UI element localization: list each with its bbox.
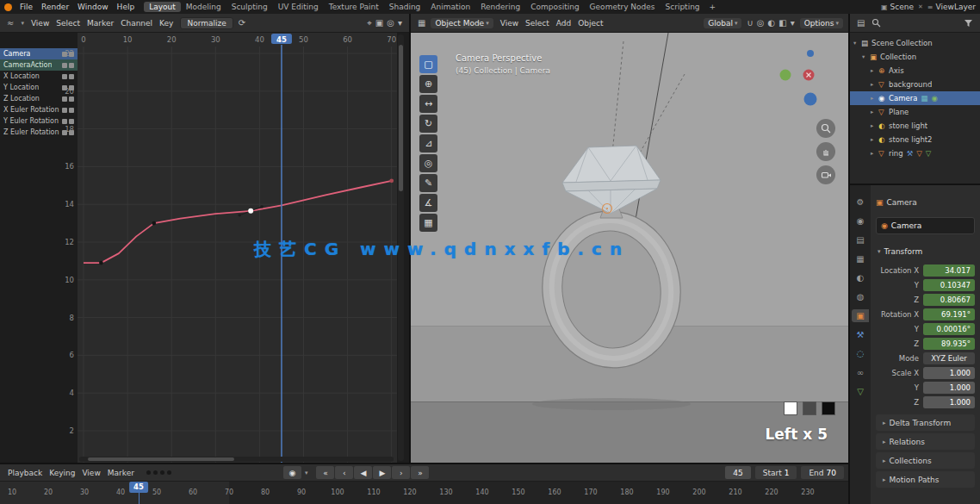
proportional-edit-icon[interactable]: ◎: [385, 18, 396, 28]
collapsed-section[interactable]: ▸ Delta Transform: [876, 414, 975, 431]
camera-data-icon[interactable]: ◉: [931, 94, 937, 103]
normalize-toggle[interactable]: Normalize: [180, 17, 233, 29]
horizontal-scrollbar[interactable]: [79, 457, 394, 462]
play-button[interactable]: ▶: [373, 466, 391, 479]
dropdown-arrow-icon[interactable]: ▾: [789, 18, 797, 28]
vertical-scrollbar[interactable]: [398, 34, 404, 461]
menu-item[interactable]: Keying: [46, 469, 78, 477]
workspace-tab[interactable]: Sculpting: [226, 2, 273, 12]
next-keyframe-button[interactable]: ›: [392, 466, 410, 479]
white-swatch[interactable]: [784, 401, 797, 415]
object-name-field[interactable]: ◉ Camera: [876, 217, 975, 234]
disclosure-arrow-icon[interactable]: ▸: [871, 67, 878, 74]
tab-output[interactable]: ▤: [852, 233, 869, 246]
start-frame-field[interactable]: Start 1: [755, 466, 797, 479]
value-field[interactable]: 0.80667: [923, 294, 975, 306]
tab-physics[interactable]: ◌: [852, 347, 869, 360]
navigation-gizmo[interactable]: [774, 43, 834, 116]
workspace-tab[interactable]: Shading: [384, 2, 426, 12]
menu-item[interactable]: Marker: [104, 469, 138, 477]
blender-logo-icon[interactable]: [4, 3, 12, 11]
collapsed-section[interactable]: ▸ Motion Paths: [876, 471, 975, 488]
view-layer-selector[interactable]: ViewLayer: [936, 3, 976, 11]
menu-item[interactable]: View: [78, 469, 103, 477]
menu-item[interactable]: Channel: [117, 19, 156, 28]
select-box-tool[interactable]: ▢: [419, 55, 437, 73]
mesh-icon[interactable]: ▽: [916, 149, 922, 158]
value-field[interactable]: XYZ Euler: [923, 352, 975, 364]
collapsed-section[interactable]: ▸ Collections: [876, 452, 975, 469]
workspace-tab[interactable]: Geometry Nodes: [585, 2, 661, 12]
filter-icon[interactable]: [962, 19, 975, 28]
menu-item[interactable]: Window: [73, 3, 113, 11]
tab-object[interactable]: ▣: [852, 309, 869, 322]
viewport-canvas[interactable]: Camera Perspective (45) Collection | Cam…: [411, 33, 848, 463]
tab-render[interactable]: ◉: [852, 215, 869, 227]
snap-magnet-icon[interactable]: ∪: [745, 18, 754, 28]
outliner-row-plane[interactable]: ▸▽Plane: [850, 105, 980, 119]
add-workspace-button[interactable]: +: [705, 3, 721, 11]
measure-tool[interactable]: ∡: [419, 194, 437, 212]
shading-mode-icon[interactable]: ◐: [766, 18, 778, 28]
black-swatch[interactable]: [822, 401, 835, 415]
disclosure-arrow-icon[interactable]: ▾: [862, 53, 870, 60]
transform-tool[interactable]: ◎: [419, 154, 437, 172]
pan-hand-button[interactable]: [816, 142, 835, 161]
menu-item[interactable]: View: [28, 19, 53, 28]
menu-item[interactable]: Key: [156, 19, 177, 28]
value-field[interactable]: 89.935°: [923, 338, 975, 350]
search-icon[interactable]: [870, 18, 883, 28]
screen-toggle-icon[interactable]: ▦: [921, 94, 927, 103]
disclosure-arrow-icon[interactable]: ▸: [871, 136, 878, 143]
timeline-current-frame-badge[interactable]: 45: [129, 482, 148, 493]
editor-type-icon[interactable]: ≈: [5, 18, 16, 28]
scene-selector[interactable]: Scene: [890, 3, 914, 11]
workspace-tab[interactable]: Rendering: [475, 2, 525, 12]
tab-view-layer[interactable]: ▦: [852, 252, 869, 265]
menu-item[interactable]: Object: [574, 19, 606, 28]
options-dropdown[interactable]: Options▾: [800, 18, 843, 28]
jump-to-start-button[interactable]: «: [316, 466, 334, 479]
transform-orientation-dropdown[interactable]: Global▾: [704, 18, 741, 28]
tab-object-data[interactable]: ▽: [852, 385, 869, 398]
outliner-row-axis[interactable]: ▸⊕Axis: [850, 64, 980, 78]
value-field[interactable]: 1.000: [923, 382, 975, 394]
overlays-icon[interactable]: ◧: [777, 18, 788, 28]
workspace-tab[interactable]: Animation: [425, 2, 475, 12]
scale-tool[interactable]: ⊿: [419, 134, 437, 152]
menu-item[interactable]: Help: [113, 3, 140, 11]
dropdown-arrow-icon[interactable]: ▾: [396, 18, 404, 28]
tab-modifiers[interactable]: ⚒: [852, 328, 869, 341]
zoom-button[interactable]: [816, 119, 835, 138]
disclosure-arrow-icon[interactable]: ▸: [871, 81, 878, 88]
unlink-icon[interactable]: ✕: [916, 3, 925, 10]
disclosure-arrow-icon[interactable]: ▸: [871, 122, 878, 129]
timeline-ruler[interactable]: 1020304050607080901001101201301401501601…: [0, 482, 848, 504]
value-field[interactable]: 1.000: [923, 367, 975, 379]
pivot-point-icon[interactable]: ⌖: [365, 18, 374, 28]
menu-item[interactable]: Marker: [84, 19, 117, 28]
value-field[interactable]: 1.000: [923, 396, 975, 408]
tab-world[interactable]: ◍: [852, 290, 869, 303]
add-cube-tool[interactable]: ▦: [419, 214, 437, 232]
outliner-row-background[interactable]: ▸▽background: [850, 78, 980, 91]
menu-item[interactable]: File: [16, 3, 37, 11]
cursor-tool[interactable]: ⊕: [419, 75, 437, 93]
outliner-row-stone-light[interactable]: ▸◐stone light: [850, 119, 980, 133]
camera-view-button[interactable]: [816, 165, 835, 184]
workspace-tab[interactable]: Scripting: [661, 2, 705, 12]
modifier-icon[interactable]: ⚒: [907, 149, 914, 158]
menu-item[interactable]: View: [497, 19, 522, 28]
end-frame-field[interactable]: End 70: [801, 466, 844, 479]
tab-tool[interactable]: ⚙: [852, 196, 869, 208]
previous-keyframe-button[interactable]: ‹: [335, 466, 353, 479]
workspace-tab[interactable]: Compositing: [525, 2, 584, 12]
menu-item[interactable]: Render: [37, 3, 73, 11]
disclosure-arrow-icon[interactable]: ▸: [871, 150, 878, 157]
disclosure-arrow-icon[interactable]: ▾: [853, 40, 861, 47]
auto-keying-button[interactable]: ◉: [283, 466, 301, 479]
outliner-row-collection[interactable]: ▾▣Collection: [850, 50, 980, 64]
outliner-row-scene-collection[interactable]: ▾▤Scene Collection: [850, 36, 980, 50]
mesh-data-icon[interactable]: ▽: [926, 149, 932, 158]
outliner-row-stone-light2[interactable]: ▸◐stone light2: [850, 133, 980, 146]
